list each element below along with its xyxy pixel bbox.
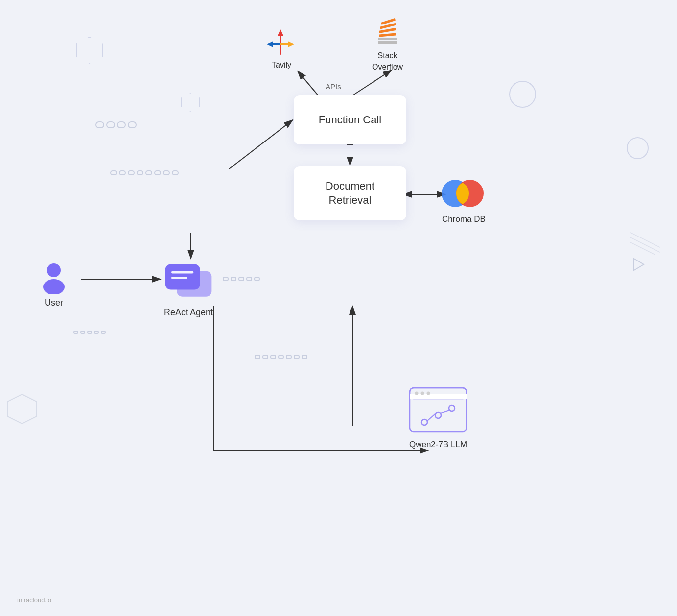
document-retrieval-label1: Document — [326, 179, 374, 193]
function-call-box: Function Call — [294, 95, 406, 144]
user-label: User — [45, 298, 63, 308]
svg-point-30 — [43, 279, 65, 294]
svg-rect-21 — [378, 41, 397, 44]
svg-point-29 — [47, 263, 61, 277]
stackoverflow-label-1: Stack — [378, 51, 397, 60]
svg-point-39 — [421, 392, 424, 395]
document-retrieval-label2: Retrieval — [326, 193, 374, 208]
chromadb-node: Chroma DB — [441, 176, 487, 224]
svg-line-45 — [441, 410, 449, 413]
svg-rect-23 — [379, 33, 396, 37]
stackoverflow-node: Stack Overflow — [372, 17, 403, 71]
tavily-icon — [267, 27, 296, 59]
svg-rect-22 — [378, 38, 397, 40]
stackoverflow-label-2: Overflow — [372, 62, 403, 71]
react-agent-node: ReAct Agent — [162, 260, 215, 318]
tavily-label: Tavily — [272, 61, 291, 70]
svg-marker-18 — [267, 41, 273, 47]
svg-line-44 — [427, 413, 436, 421]
svg-point-43 — [449, 405, 455, 411]
user-icon — [37, 260, 71, 294]
qwen-icon — [409, 387, 467, 436]
chromadb-icon — [441, 176, 487, 211]
react-agent-icon — [162, 260, 215, 304]
function-call-label: Function Call — [319, 113, 381, 127]
react-agent-label: ReAct Agent — [164, 308, 213, 318]
svg-marker-20 — [288, 41, 294, 47]
svg-rect-34 — [171, 277, 187, 279]
qwen-label: Qwen2-7B LLM — [409, 440, 467, 450]
user-node: User — [37, 260, 71, 308]
qwen-node: Qwen2-7B LLM — [409, 387, 467, 450]
svg-point-42 — [421, 419, 427, 425]
stackoverflow-icon — [374, 17, 401, 49]
svg-point-41 — [435, 412, 441, 418]
svg-point-40 — [427, 392, 430, 395]
svg-rect-33 — [171, 271, 193, 274]
svg-point-38 — [415, 392, 419, 395]
svg-rect-37 — [410, 394, 467, 399]
tavily-node: Tavily — [267, 27, 296, 70]
apis-label: APIs — [326, 82, 341, 91]
svg-marker-16 — [278, 29, 283, 36]
chromadb-label: Chroma DB — [442, 214, 486, 224]
diagram: Tavily Stack Overflow APIs Function Call… — [0, 0, 677, 616]
document-retrieval-box: Document Retrieval — [294, 166, 406, 220]
watermark: infracloud.io — [17, 596, 51, 604]
